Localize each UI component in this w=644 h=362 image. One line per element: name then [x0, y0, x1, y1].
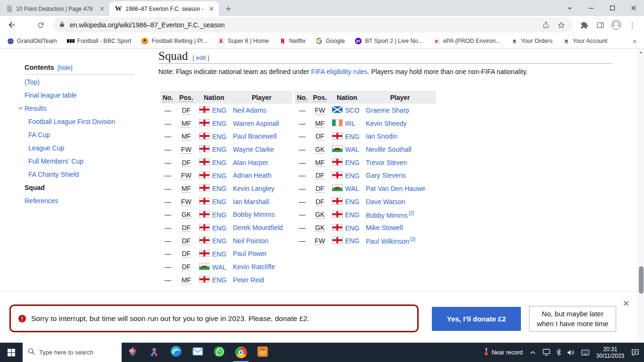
nation-link[interactable]: ENG	[212, 185, 226, 192]
toc-item-fa-charity-shield[interactable]: FA Charity Shield	[19, 168, 151, 181]
nation-link[interactable]: ENG	[212, 250, 226, 258]
player-link[interactable]: Neville Southall	[366, 146, 412, 153]
player-link[interactable]: Bobby Mimms	[233, 211, 275, 218]
nation-link[interactable]: ENG	[212, 172, 226, 180]
scroll-up-arrow-icon[interactable]: ▲	[638, 49, 644, 56]
taskbar-app-whatsapp[interactable]	[208, 343, 230, 362]
nation-link[interactable]: ENG	[212, 107, 226, 114]
donate-no-button[interactable]: No, but maybe later when I have more tim…	[529, 306, 616, 332]
bookmark-your-account[interactable]: aYour Account	[562, 37, 607, 45]
edit-link[interactable]: edit	[196, 54, 206, 61]
share-icon[interactable]	[540, 19, 552, 31]
bookmark-netflix[interactable]: Netflix	[279, 37, 305, 45]
bookmark-google[interactable]: Google	[315, 37, 345, 45]
player-link[interactable]: Graeme Sharp	[366, 107, 409, 114]
reference-link[interactable]: [3]	[410, 237, 415, 242]
player-link[interactable]: Neil Adams	[233, 107, 266, 114]
nation-link[interactable]: ENG	[345, 198, 359, 206]
tray-volume-icon[interactable]	[567, 349, 575, 356]
nation-link[interactable]: ENG	[345, 172, 359, 180]
taskbar-search[interactable]: Type here to search	[23, 343, 122, 362]
fifa-eligibility-link[interactable]: FIFA eligibility rules	[311, 68, 368, 75]
start-button[interactable]	[0, 343, 23, 362]
bookmark-football-bbc-sport[interactable]: Football - BBC Sport	[67, 37, 132, 45]
reference-link[interactable]: [2]	[409, 211, 414, 216]
bookmarks-overflow-chevron-icon[interactable]: »	[632, 37, 637, 45]
bookmark-football-betting-pl[interactable]: Football Betting | Pl...	[141, 37, 207, 45]
player-link[interactable]: Paul Bracewell	[233, 132, 277, 140]
banner-close-icon[interactable]: ✕	[620, 298, 632, 309]
toc-item-full-members-cup[interactable]: Full Members' Cup	[19, 155, 151, 168]
toc-item-top[interactable]: (Top)	[19, 75, 151, 89]
nation-link[interactable]: ENG	[212, 133, 226, 140]
bookmark-grandoldteam[interactable]: GrandOldTeam	[7, 37, 57, 45]
player-link[interactable]: Kevin Ratcliffe	[233, 263, 275, 271]
action-center-icon[interactable]	[631, 349, 639, 356]
player-link[interactable]: Neil Pointon	[233, 237, 269, 245]
player-link[interactable]: Ian Marshall	[233, 198, 269, 206]
nation-link[interactable]: ENG	[212, 237, 226, 245]
page-scrollbar[interactable]: ▲	[637, 49, 644, 343]
back-button[interactable]	[5, 18, 18, 32]
player-link[interactable]: Paul Wilkinson	[366, 238, 409, 245]
scrollbar-thumb[interactable]	[639, 266, 644, 294]
nation-link[interactable]: ENG	[212, 224, 226, 232]
bookmark-epa-prod-environ[interactable]: eePA (PROD Environ...	[433, 37, 501, 45]
player-link[interactable]: Kevin Langley	[233, 185, 274, 192]
taskbar-app-chrome[interactable]	[230, 343, 252, 362]
tray-bluetooth-icon[interactable]	[556, 349, 561, 356]
toc-item-fa-cup[interactable]: FA Cup	[19, 128, 151, 141]
nation-link[interactable]: ENG	[345, 133, 359, 140]
extensions-puzzle-icon[interactable]	[578, 19, 590, 31]
player-link[interactable]: Wayne Clarke	[233, 146, 274, 153]
window-maximize-button[interactable]	[602, 0, 623, 16]
taskbar-app-design[interactable]	[143, 343, 165, 362]
bookmark-bt-sport-2-live-no[interactable]: BTBT Sport 2 | Live No...	[355, 37, 423, 45]
taskbar-app-flower[interactable]	[122, 343, 143, 362]
nation-link[interactable]: IRL	[345, 120, 355, 127]
toc-item-squad[interactable]: Squad	[19, 181, 151, 194]
nation-link[interactable]: WAL	[212, 263, 226, 271]
lock-icon[interactable]	[59, 21, 65, 29]
tab-close-icon[interactable]	[98, 5, 106, 13]
player-link[interactable]: Bobby Mimms	[366, 211, 408, 219]
weather-widget[interactable]: Near record	[484, 347, 523, 357]
tab-1[interactable]: 10 Point Deduction | Page 478 |	[0, 1, 109, 16]
toc-item-final-league-table[interactable]: Final league table	[19, 89, 151, 102]
nation-link[interactable]: ENG	[345, 211, 359, 219]
toc-item-references[interactable]: References	[19, 194, 151, 207]
toc-item-league-cup[interactable]: League Cup	[19, 141, 151, 155]
reload-button[interactable]	[34, 18, 47, 32]
taskbar-clock[interactable]: 20:31 30/11/2023	[596, 346, 624, 359]
tab-2-active[interactable]: W 1986–87 Everton F.C. season -	[109, 1, 219, 16]
donate-yes-button[interactable]: Yes, I’ll donate £2	[432, 307, 521, 331]
player-link[interactable]: Alan Harper	[233, 159, 268, 166]
tray-display-icon[interactable]	[543, 349, 550, 356]
tab-close-icon[interactable]	[207, 5, 215, 13]
player-link[interactable]: Paul Power	[233, 250, 267, 257]
bookmark-your-orders[interactable]: aYour Orders	[511, 37, 553, 45]
profile-avatar[interactable]	[610, 19, 622, 31]
nation-link[interactable]: ENG	[212, 198, 226, 206]
nation-link[interactable]: ENG	[212, 276, 226, 284]
address-bar[interactable]: en.wikipedia.org/wiki/1986–87_Everton_F.…	[53, 17, 572, 33]
new-tab-button[interactable]	[222, 2, 235, 15]
player-link[interactable]: Warren Aspinall	[233, 120, 279, 127]
nation-link[interactable]: ENG	[345, 159, 359, 166]
taskbar-app-orange-app[interactable]	[252, 343, 273, 362]
player-link[interactable]: Kevin Sheedy	[366, 120, 406, 127]
window-minimize-button[interactable]	[580, 0, 602, 16]
nation-link[interactable]: ENG	[345, 224, 359, 232]
player-link[interactable]: Dave Watson	[366, 198, 405, 206]
tab-search-chevron-icon[interactable]	[559, 0, 580, 16]
side-panel-icon[interactable]	[594, 19, 606, 31]
player-link[interactable]: Pat Van Den Hauwe	[366, 185, 425, 192]
player-link[interactable]: Trevor Steven	[366, 159, 407, 166]
nation-link[interactable]: WAL	[345, 146, 359, 153]
tray-keyboard-icon[interactable]	[581, 350, 589, 355]
nation-link[interactable]: ENG	[212, 120, 226, 127]
nation-link[interactable]: ENG	[212, 211, 226, 219]
bookmark-star-icon[interactable]	[555, 19, 567, 31]
player-link[interactable]: Ian Snodin	[366, 132, 397, 140]
window-close-button[interactable]	[623, 0, 644, 16]
